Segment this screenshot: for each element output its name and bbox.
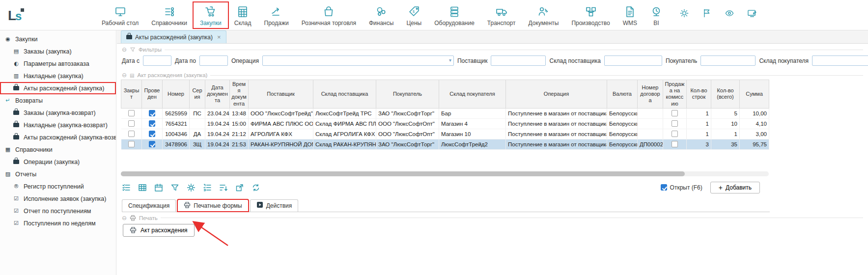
table-cell[interactable]: 1: [687, 129, 711, 139]
menu-item-12[interactable]: WMS: [616, 2, 644, 28]
bottom-tab-0[interactable]: Спецификация: [122, 199, 176, 212]
app-logo[interactable]: L s: [5, 4, 28, 27]
horizontal-scrollbar[interactable]: [121, 171, 769, 176]
menu-item-10[interactable]: Документы: [522, 2, 565, 28]
table-cell[interactable]: [638, 118, 663, 129]
table-cell[interactable]: 7654321: [163, 118, 190, 129]
table-cell[interactable]: Поступление в магазин от поставщика: [506, 139, 607, 149]
bottom-tab-1[interactable]: Печатные формы: [177, 199, 248, 212]
sidebar-item-15[interactable]: ☑Поступления по неделям: [0, 217, 116, 229]
table-cell[interactable]: РАКАН-КРУПЯНОЙ ДОМ: [249, 139, 313, 149]
column-header[interactable]: Сумма: [740, 80, 769, 109]
sidebar-item-5[interactable]: ↵Возвраты: [0, 94, 116, 107]
menu-item-3[interactable]: Склад: [228, 2, 258, 28]
checkbox-unchecked[interactable]: [128, 141, 135, 147]
table-row[interactable]: 1004346ДА19.04.2421:12АГРОЛИГА КФХСклад …: [121, 129, 769, 139]
table-cell[interactable]: Склад ФИРМА АВС ПЛЮС: [313, 118, 376, 129]
table-cell[interactable]: ООО "ЛюксСофтОпт": [376, 118, 439, 129]
filter-input-1[interactable]: [199, 55, 228, 66]
sidebar-item-13[interactable]: ☑Исполнение заявок (закупка): [0, 192, 116, 205]
filter-input-4[interactable]: [604, 55, 662, 66]
table-cell[interactable]: [663, 129, 687, 139]
table-cell[interactable]: 21:53: [230, 139, 249, 149]
table-cell[interactable]: [663, 118, 687, 129]
menu-item-4[interactable]: Продажи: [258, 2, 295, 28]
menu-item-2[interactable]: Закупки: [194, 2, 228, 28]
table-cell[interactable]: ЛюксСофтТрейд2: [439, 139, 506, 149]
table-cell[interactable]: 95,75: [740, 139, 769, 149]
sidebar-item-6[interactable]: Заказы (закупка-возврат): [0, 107, 116, 119]
column-header[interactable]: Склад покупателя: [439, 80, 506, 109]
collapse-icon[interactable]: ⊖: [122, 72, 127, 79]
funnel-icon[interactable]: [170, 183, 179, 192]
table-cell[interactable]: ФИРМА АВС ПЛЮС ООО: [249, 118, 313, 129]
calendar-icon[interactable]: [154, 183, 163, 192]
bottom-tab-2[interactable]: Действия: [250, 199, 299, 212]
table-cell[interactable]: 1: [711, 129, 740, 139]
sidebar-item-10[interactable]: Операции (закупка): [0, 156, 116, 168]
checkbox-checked[interactable]: [661, 184, 667, 191]
table-cell[interactable]: 19.04.24: [205, 139, 230, 149]
table-icon[interactable]: [138, 183, 147, 192]
table-cell[interactable]: 3,00: [740, 129, 769, 139]
sidebar-item-2[interactable]: ◐Параметры автозаказа: [0, 57, 116, 70]
table-cell[interactable]: [121, 108, 142, 118]
table-cell[interactable]: 19.04.24: [205, 129, 230, 139]
feedback-icon[interactable]: [747, 8, 757, 19]
sidebar-item-3[interactable]: ▥Накладные (закупка): [0, 70, 116, 82]
column-header[interactable]: Время документа: [230, 80, 249, 109]
filter-input-6[interactable]: [812, 55, 868, 66]
table-cell[interactable]: Поступление в магазин от поставщика: [506, 118, 607, 129]
table-cell[interactable]: ЛюксСофтТрейд ТРС: [313, 108, 376, 118]
table-row[interactable]: 3478906ЗЩ19.04.2421:53РАКАН-КРУПЯНОЙ ДОМ…: [121, 139, 769, 149]
export-icon[interactable]: [235, 183, 244, 192]
table-cell[interactable]: ЗЩ: [190, 139, 205, 149]
table-cell[interactable]: 19.04.24: [205, 118, 230, 129]
menu-item-9[interactable]: Транспорт: [481, 2, 522, 28]
sidebar-item-8[interactable]: Акты расхождений (закупка-возврат): [0, 131, 116, 143]
checkbox-unchecked[interactable]: [672, 110, 678, 116]
table-cell[interactable]: [663, 108, 687, 118]
sidebar-item-7[interactable]: Накладные (закупка-возврат): [0, 119, 116, 131]
table-cell[interactable]: 35: [711, 139, 740, 149]
table-cell[interactable]: Белорусский: [607, 108, 638, 118]
table-cell[interactable]: 1004346: [163, 129, 190, 139]
table-cell[interactable]: [121, 129, 142, 139]
table-row[interactable]: 5625959ПС23.04.2413:48ООО "ЛюксСофтТрейд…: [121, 108, 769, 118]
table-cell[interactable]: [190, 118, 205, 129]
table-cell[interactable]: ДП00002: [638, 139, 663, 149]
tab-acts-discrepancy[interactable]: Акты расхождений (закупка) ×: [121, 30, 226, 43]
table-cell[interactable]: ЗАО "ЛюксСофтТорг": [376, 139, 439, 149]
sidebar-item-12[interactable]: ®Регистр поступлений: [0, 180, 116, 192]
table-cell[interactable]: 5625959: [163, 108, 190, 118]
column-header[interactable]: Проведен: [142, 80, 163, 109]
table-cell[interactable]: АГРОЛИГА КФХ: [249, 129, 313, 139]
filter-select-2[interactable]: ▾: [262, 55, 454, 66]
checkbox-checked[interactable]: [149, 120, 155, 127]
table-cell[interactable]: Белорусский: [607, 129, 638, 139]
table-cell[interactable]: [121, 118, 142, 129]
filter-input-3[interactable]: [491, 55, 546, 66]
table-cell[interactable]: Поступление в магазин от поставщика: [506, 108, 607, 118]
table-cell[interactable]: [121, 139, 142, 149]
table-row[interactable]: 765432119.04.2415:00ФИРМА АВС ПЛЮС ОООСк…: [121, 118, 769, 129]
table-cell[interactable]: Бар: [439, 108, 506, 118]
table-cell[interactable]: 5: [711, 108, 740, 118]
sidebar-item-0[interactable]: ◉Закупки: [0, 33, 116, 45]
table-cell[interactable]: ООО "ЛюксСофтОпт": [376, 129, 439, 139]
checkbox-unchecked[interactable]: [672, 141, 678, 147]
eye-icon[interactable]: [724, 8, 735, 19]
table-cell[interactable]: ООО "ЛюксСофтТрейд": [249, 108, 313, 118]
flag-icon[interactable]: [701, 8, 712, 19]
scrollbar-thumb[interactable]: [121, 171, 685, 176]
table-cell[interactable]: [638, 129, 663, 139]
table-cell[interactable]: 3: [687, 139, 711, 149]
sidebar-item-4[interactable]: Акты расхождений (закупка): [0, 82, 116, 94]
column-header[interactable]: Кол-во (всего): [711, 80, 740, 109]
checkbox-unchecked[interactable]: [128, 131, 135, 137]
column-header[interactable]: Дата документа: [205, 80, 230, 109]
filter-input-5[interactable]: [700, 55, 756, 66]
sidebar-item-11[interactable]: ▨Отчеты: [0, 168, 116, 180]
sidebar-item-14[interactable]: ☑Отчет по поступлениям: [0, 205, 116, 217]
add-button[interactable]: + Добавить: [710, 182, 760, 193]
